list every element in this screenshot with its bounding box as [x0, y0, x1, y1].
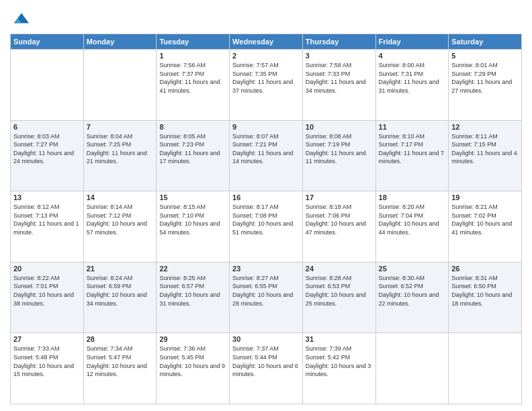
calendar-cell: 24Sunrise: 8:28 AMSunset: 6:53 PMDayligh… [302, 262, 375, 333]
calendar-week-row: 1Sunrise: 7:56 AMSunset: 7:37 PMDaylight… [11, 50, 522, 121]
day-info: Sunrise: 8:30 AMSunset: 6:52 PMDaylight:… [379, 274, 446, 308]
header [10, 7, 522, 28]
day-number: 10 [306, 123, 373, 131]
day-info: Sunrise: 7:37 AMSunset: 5:44 PMDaylight:… [232, 345, 300, 378]
calendar-cell: 25Sunrise: 8:30 AMSunset: 6:52 PMDayligh… [375, 262, 449, 333]
day-info: Sunrise: 8:20 AMSunset: 7:04 PMDaylight:… [379, 203, 446, 236]
day-info: Sunrise: 7:33 AMSunset: 5:48 PMDaylight:… [13, 345, 81, 378]
day-info: Sunrise: 8:11 AMSunset: 7:15 PMDaylight:… [451, 132, 519, 166]
calendar-cell: 3Sunrise: 7:58 AMSunset: 7:33 PMDaylight… [302, 50, 375, 121]
day-info: Sunrise: 7:57 AMSunset: 7:35 PMDaylight:… [232, 61, 300, 95]
day-number: 16 [232, 193, 300, 201]
day-number: 21 [87, 265, 154, 273]
day-number: 14 [87, 193, 154, 201]
calendar-cell [375, 333, 449, 404]
day-number: 20 [13, 265, 81, 273]
day-number: 28 [87, 335, 154, 343]
calendar-cell: 30Sunrise: 7:37 AMSunset: 5:44 PMDayligh… [230, 333, 303, 404]
calendar-cell: 14Sunrise: 8:14 AMSunset: 7:12 PMDayligh… [83, 191, 157, 263]
day-number: 2 [232, 52, 300, 60]
calendar-cell: 9Sunrise: 8:07 AMSunset: 7:21 PMDaylight… [230, 120, 303, 191]
calendar-cell: 16Sunrise: 8:17 AMSunset: 7:08 PMDayligh… [230, 191, 303, 263]
day-info: Sunrise: 8:17 AMSunset: 7:08 PMDaylight:… [232, 203, 300, 236]
calendar-cell: 18Sunrise: 8:20 AMSunset: 7:04 PMDayligh… [375, 191, 449, 263]
day-info: Sunrise: 7:56 AMSunset: 7:37 PMDaylight:… [159, 61, 226, 95]
calendar-cell: 29Sunrise: 7:36 AMSunset: 5:45 PMDayligh… [157, 333, 230, 404]
day-info: Sunrise: 8:28 AMSunset: 6:53 PMDaylight:… [306, 274, 373, 308]
day-info: Sunrise: 8:00 AMSunset: 7:31 PMDaylight:… [379, 61, 446, 95]
calendar-cell [11, 50, 84, 121]
day-info: Sunrise: 8:12 AMSunset: 7:13 PMDaylight:… [13, 203, 81, 236]
day-info: Sunrise: 8:21 AMSunset: 7:02 PMDaylight:… [451, 203, 519, 236]
logo-icon [11, 9, 30, 28]
calendar-cell: 5Sunrise: 8:01 AMSunset: 7:29 PMDaylight… [449, 50, 522, 121]
calendar-cell: 20Sunrise: 8:22 AMSunset: 7:01 PMDayligh… [11, 262, 84, 333]
day-number: 27 [13, 335, 81, 343]
day-info: Sunrise: 8:04 AMSunset: 7:25 PMDaylight:… [87, 132, 154, 166]
calendar-cell: 28Sunrise: 7:34 AMSunset: 5:47 PMDayligh… [83, 333, 157, 404]
weekday-header-saturday: Saturday [449, 34, 522, 50]
weekday-header-friday: Friday [375, 34, 449, 50]
day-number: 9 [232, 123, 300, 131]
calendar-cell: 8Sunrise: 8:05 AMSunset: 7:23 PMDaylight… [157, 120, 230, 191]
day-number: 25 [379, 265, 446, 273]
day-number: 3 [306, 52, 373, 60]
calendar-cell: 27Sunrise: 7:33 AMSunset: 5:48 PMDayligh… [11, 333, 84, 404]
day-number: 26 [451, 265, 519, 273]
day-info: Sunrise: 8:01 AMSunset: 7:29 PMDaylight:… [451, 61, 519, 95]
calendar-cell: 4Sunrise: 8:00 AMSunset: 7:31 PMDaylight… [375, 50, 449, 121]
day-info: Sunrise: 8:25 AMSunset: 6:57 PMDaylight:… [159, 274, 226, 308]
calendar-week-row: 13Sunrise: 8:12 AMSunset: 7:13 PMDayligh… [11, 191, 522, 263]
calendar-week-row: 27Sunrise: 7:33 AMSunset: 5:48 PMDayligh… [11, 333, 522, 404]
day-number: 8 [159, 123, 226, 131]
day-number: 13 [13, 193, 81, 201]
day-info: Sunrise: 7:36 AMSunset: 5:45 PMDaylight:… [159, 345, 226, 378]
day-number: 30 [232, 335, 300, 343]
calendar-cell: 1Sunrise: 7:56 AMSunset: 7:37 PMDaylight… [157, 50, 230, 121]
calendar-cell: 7Sunrise: 8:04 AMSunset: 7:25 PMDaylight… [83, 120, 157, 191]
calendar-cell: 2Sunrise: 7:57 AMSunset: 7:35 PMDaylight… [230, 50, 303, 121]
calendar-cell: 12Sunrise: 8:11 AMSunset: 7:15 PMDayligh… [449, 120, 522, 191]
day-number: 5 [451, 52, 519, 60]
weekday-header-sunday: Sunday [11, 34, 84, 50]
day-number: 17 [306, 193, 373, 201]
weekday-header-tuesday: Tuesday [157, 34, 230, 50]
calendar-cell: 22Sunrise: 8:25 AMSunset: 6:57 PMDayligh… [157, 262, 230, 333]
calendar-cell: 11Sunrise: 8:10 AMSunset: 7:17 PMDayligh… [375, 120, 449, 191]
day-number: 7 [87, 123, 154, 131]
weekday-header-thursday: Thursday [302, 34, 375, 50]
calendar-cell: 19Sunrise: 8:21 AMSunset: 7:02 PMDayligh… [449, 191, 522, 263]
day-info: Sunrise: 7:58 AMSunset: 7:33 PMDaylight:… [306, 61, 373, 95]
day-number: 18 [379, 193, 446, 201]
day-number: 11 [379, 123, 446, 131]
day-info: Sunrise: 8:07 AMSunset: 7:21 PMDaylight:… [232, 132, 300, 166]
calendar-cell: 10Sunrise: 8:08 AMSunset: 7:19 PMDayligh… [302, 120, 375, 191]
day-info: Sunrise: 8:15 AMSunset: 7:10 PMDaylight:… [159, 203, 226, 236]
day-number: 15 [159, 193, 226, 201]
calendar-cell: 23Sunrise: 8:27 AMSunset: 6:55 PMDayligh… [230, 262, 303, 333]
day-info: Sunrise: 8:08 AMSunset: 7:19 PMDaylight:… [306, 132, 373, 166]
weekday-header-monday: Monday [83, 34, 157, 50]
day-info: Sunrise: 8:05 AMSunset: 7:23 PMDaylight:… [159, 132, 226, 166]
weekday-header-row: SundayMondayTuesdayWednesdayThursdayFrid… [11, 34, 522, 50]
calendar-table: SundayMondayTuesdayWednesdayThursdayFrid… [10, 34, 522, 404]
day-info: Sunrise: 8:14 AMSunset: 7:12 PMDaylight:… [87, 203, 154, 236]
day-info: Sunrise: 7:39 AMSunset: 5:42 PMDaylight:… [306, 345, 373, 378]
calendar-cell [83, 50, 157, 121]
day-number: 12 [451, 123, 519, 131]
calendar-cell: 13Sunrise: 8:12 AMSunset: 7:13 PMDayligh… [11, 191, 84, 263]
calendar-cell: 26Sunrise: 8:31 AMSunset: 6:50 PMDayligh… [449, 262, 522, 333]
weekday-header-wednesday: Wednesday [230, 34, 303, 50]
day-number: 22 [159, 265, 226, 273]
day-number: 6 [13, 123, 81, 131]
calendar-cell: 31Sunrise: 7:39 AMSunset: 5:42 PMDayligh… [302, 333, 375, 404]
calendar-cell: 21Sunrise: 8:24 AMSunset: 6:59 PMDayligh… [83, 262, 157, 333]
day-info: Sunrise: 8:31 AMSunset: 6:50 PMDaylight:… [451, 274, 519, 308]
day-number: 1 [159, 52, 226, 60]
day-number: 31 [306, 335, 373, 343]
day-info: Sunrise: 8:18 AMSunset: 7:06 PMDaylight:… [306, 203, 373, 236]
day-info: Sunrise: 8:24 AMSunset: 6:59 PMDaylight:… [87, 274, 154, 308]
calendar-cell: 15Sunrise: 8:15 AMSunset: 7:10 PMDayligh… [157, 191, 230, 263]
day-info: Sunrise: 8:10 AMSunset: 7:17 PMDaylight:… [379, 132, 446, 166]
calendar-week-row: 6Sunrise: 8:03 AMSunset: 7:27 PMDaylight… [11, 120, 522, 191]
